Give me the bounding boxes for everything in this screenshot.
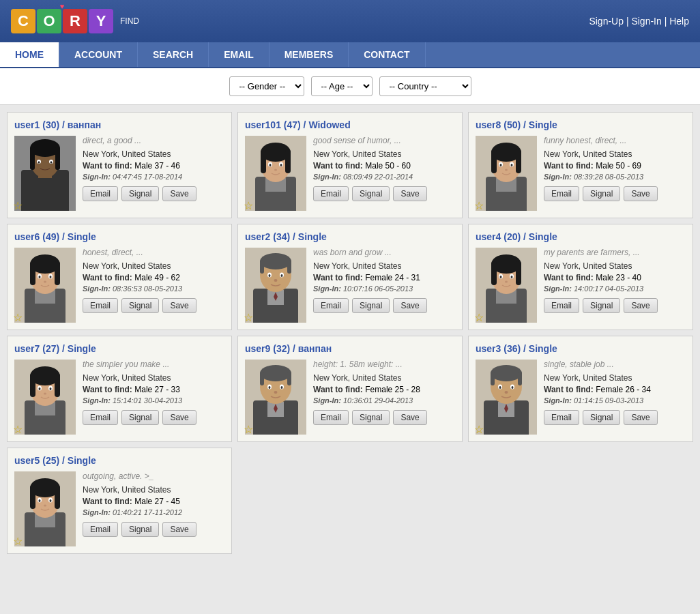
- signal-button[interactable]: Signal: [352, 186, 390, 201]
- email-button[interactable]: Email: [313, 298, 349, 313]
- svg-point-9: [38, 161, 40, 164]
- logo-area: ♥ C O R Y FIND: [11, 9, 139, 33]
- avatar: [245, 360, 306, 435]
- user-card-user9: user9 (32) / ванпан height: 1. 58m weig: [237, 336, 463, 442]
- gender-filter[interactable]: -- Gender -- Male Female: [229, 76, 304, 96]
- location: New York, United States: [83, 149, 224, 159]
- svg-rect-30: [491, 149, 497, 173]
- user-card-user6: user6 (49) / Single honest, direct, ...: [7, 224, 232, 330]
- user-card-user3: user3 (36) / Single single, stable job: [468, 336, 693, 442]
- signal-button[interactable]: Signal: [121, 186, 159, 201]
- svg-point-102: [281, 386, 283, 389]
- tagline: direct, a good ...: [83, 136, 224, 145]
- save-button[interactable]: Save: [624, 186, 657, 201]
- card-info: funny honest, direct, ... New York, Unit…: [544, 136, 686, 211]
- save-button[interactable]: Save: [162, 410, 196, 425]
- signal-button[interactable]: Signal: [121, 410, 159, 425]
- signal-button[interactable]: Signal: [121, 522, 159, 537]
- card-buttons: Email Signal Save: [83, 186, 224, 201]
- save-button[interactable]: Save: [393, 410, 426, 425]
- logo-r: R: [63, 9, 87, 33]
- save-button[interactable]: Save: [624, 410, 657, 425]
- star-icon: ☆: [474, 423, 484, 436]
- card-buttons: Email Signal Save: [544, 298, 686, 313]
- nav: HOME ACCOUNT SEARCH EMAIL MEMBERS CONTAC…: [0, 42, 700, 68]
- signin: Sign-In: 14:00:17 04-05-2013: [544, 284, 686, 293]
- save-button[interactable]: Save: [162, 298, 196, 313]
- email-button[interactable]: Email: [544, 186, 579, 201]
- svg-rect-5: [30, 147, 35, 170]
- save-button[interactable]: Save: [162, 522, 196, 537]
- card-info: the simpler you make ... New York, Unite…: [83, 360, 224, 435]
- svg-point-21: [269, 164, 272, 166]
- signin: Sign-In: 04:47:45 17-08-2014: [83, 173, 224, 181]
- svg-rect-98: [287, 372, 291, 385]
- svg-rect-57: [260, 260, 264, 274]
- email-button[interactable]: Email: [313, 186, 349, 201]
- logo-heart: ♥: [60, 2, 65, 10]
- nav-search[interactable]: SEARCH: [138, 42, 209, 67]
- signin: Sign-In: 10:07:16 06-05-2013: [313, 284, 455, 293]
- star-icon: ☆: [244, 423, 253, 436]
- svg-rect-17: [261, 149, 266, 173]
- signin: Sign-In: 08:09:49 22-01-2014: [313, 173, 455, 181]
- signin: Sign-In: 08:39:28 08-05-2013: [544, 173, 686, 181]
- age-filter[interactable]: -- Age -- 18-25 26-35 36-45 46+: [311, 76, 373, 96]
- signal-button[interactable]: Signal: [352, 410, 390, 425]
- location: New York, United States: [83, 485, 224, 495]
- save-button[interactable]: Save: [393, 186, 426, 201]
- avatar: [14, 136, 76, 211]
- signal-button[interactable]: Signal: [583, 410, 620, 425]
- svg-rect-97: [260, 372, 264, 385]
- avatar: [14, 471, 76, 546]
- svg-point-36: [505, 169, 508, 171]
- nav-email[interactable]: EMAIL: [209, 42, 269, 67]
- email-button[interactable]: Email: [83, 186, 118, 201]
- signal-button[interactable]: Signal: [121, 298, 159, 313]
- logo-subtitle: FIND: [120, 16, 139, 26]
- signin-link[interactable]: Sign-In: [631, 16, 661, 27]
- save-button[interactable]: Save: [393, 298, 426, 313]
- card-title: user8 (50) / Single: [476, 119, 686, 130]
- avatar: [476, 136, 537, 211]
- svg-point-22: [280, 164, 282, 166]
- svg-point-101: [269, 386, 271, 389]
- email-button[interactable]: Email: [544, 298, 579, 313]
- nav-home[interactable]: HOME: [0, 42, 59, 67]
- nav-contact[interactable]: CONTACT: [349, 42, 425, 67]
- star-icon: ☆: [13, 535, 23, 548]
- signal-button[interactable]: Signal: [352, 298, 390, 313]
- location: New York, United States: [83, 373, 224, 383]
- want: Want to find: Female 26 - 34: [544, 385, 686, 394]
- nav-account[interactable]: ACCOUNT: [59, 42, 138, 67]
- email-button[interactable]: Email: [83, 522, 118, 537]
- svg-rect-124: [30, 485, 35, 509]
- want: Want to find: Male 27 - 45: [83, 497, 224, 506]
- signal-button[interactable]: Signal: [583, 298, 620, 313]
- svg-point-87: [39, 388, 41, 390]
- svg-point-23: [274, 169, 277, 171]
- signup-link[interactable]: Sign-Up: [589, 16, 624, 27]
- email-button[interactable]: Email: [544, 410, 579, 425]
- save-button[interactable]: Save: [162, 186, 196, 201]
- card-buttons: Email Signal Save: [313, 410, 455, 425]
- svg-point-35: [511, 164, 513, 166]
- svg-rect-18: [285, 149, 291, 173]
- svg-point-130: [44, 505, 46, 507]
- help-link[interactable]: Help: [669, 16, 689, 27]
- card-info: outgoing, active. >_ New York, United St…: [83, 471, 224, 546]
- nav-members[interactable]: MEMBERS: [269, 42, 349, 67]
- signal-button[interactable]: Signal: [583, 186, 620, 201]
- tagline: honest, direct, ...: [83, 248, 224, 257]
- email-button[interactable]: Email: [83, 298, 118, 313]
- email-button[interactable]: Email: [83, 410, 118, 425]
- logo-c: C: [11, 9, 35, 33]
- country-filter[interactable]: -- Country -- United States Canada Unite…: [379, 76, 471, 96]
- star-icon: ☆: [13, 311, 23, 324]
- email-button[interactable]: Email: [313, 410, 349, 425]
- save-button[interactable]: Save: [624, 298, 657, 313]
- svg-rect-44: [55, 261, 60, 285]
- location: New York, United States: [313, 261, 455, 271]
- user-card-user1: user1 (30) / ванпан direct, a good ... N…: [7, 112, 232, 218]
- svg-point-74: [500, 276, 502, 278]
